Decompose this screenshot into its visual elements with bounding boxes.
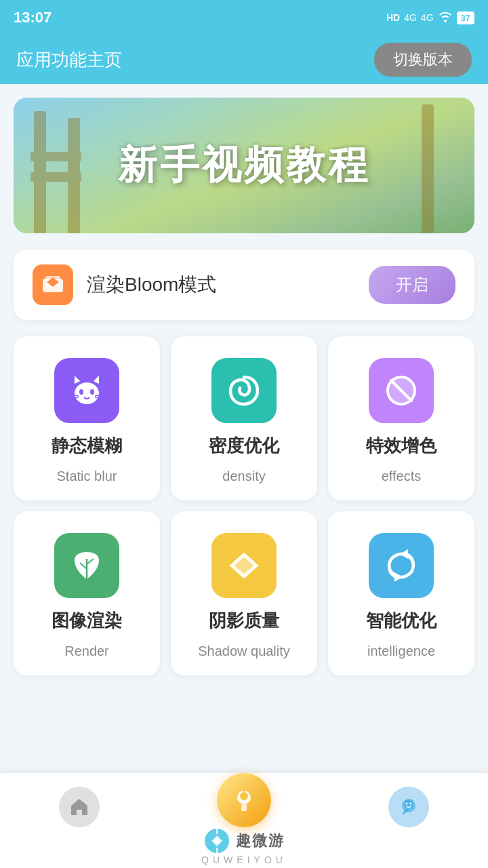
- static-blur-label-cn: 静态模糊: [52, 434, 122, 458]
- render-label-en: Render: [64, 644, 109, 659]
- feature-grid-row1: 静态模糊 Static blur 密度优化 density 特效增色: [14, 336, 474, 500]
- status-icons: HD 4G 4G 37: [386, 10, 474, 25]
- bloom-icon: [33, 264, 73, 305]
- app-header: 应用功能主页 切换版本: [0, 35, 488, 84]
- render-label-cn: 图像渲染: [52, 609, 122, 633]
- home-icon: [59, 787, 100, 827]
- feature-shadow-quality[interactable]: 阴影质量 Shadow quality: [171, 511, 317, 675]
- bloom-mode-label: 渲染Bloom模式: [87, 272, 216, 298]
- feature-effects[interactable]: 特效增色 effects: [328, 336, 474, 500]
- nav-home[interactable]: [59, 787, 100, 827]
- bloom-left: 渲染Bloom模式: [33, 264, 216, 305]
- chat-icon: [388, 787, 429, 827]
- cat-icon: [54, 358, 119, 423]
- tips-icon: [217, 773, 271, 827]
- bloom-enable-button[interactable]: 开启: [369, 266, 455, 304]
- status-time: 13:07: [14, 9, 52, 26]
- svg-point-3: [75, 382, 99, 404]
- shadow-quality-label-en: Shadow quality: [198, 644, 290, 659]
- main-content: 新手视频教程 渲染Bloom模式 开启: [0, 84, 488, 795]
- nav-center[interactable]: [217, 787, 271, 827]
- svg-point-5: [90, 389, 94, 395]
- sync-icon: [369, 533, 434, 598]
- shadow-quality-label-cn: 阴影质量: [209, 609, 279, 633]
- feature-intelligence[interactable]: 智能优化 intelligence: [328, 511, 474, 675]
- battery-indicator: 37: [457, 12, 474, 24]
- feature-render[interactable]: 图像渲染 Render: [14, 511, 160, 675]
- svg-point-28: [406, 803, 408, 805]
- leaf-icon: [54, 533, 119, 598]
- effects-label-cn: 特效增色: [366, 434, 436, 458]
- density-label-cn: 密度优化: [209, 434, 279, 458]
- svg-point-31: [214, 838, 220, 844]
- static-blur-label-en: Static blur: [57, 469, 117, 484]
- page-title: 应用功能主页: [16, 48, 122, 72]
- density-label-en: density: [222, 469, 265, 484]
- intelligence-label-en: intelligence: [367, 644, 435, 659]
- feature-density[interactable]: 密度优化 density: [171, 336, 317, 500]
- network-4g1-icon: 4G: [404, 12, 417, 23]
- status-bar: 13:07 HD 4G 4G 37: [0, 0, 488, 35]
- brand-logo-row: 趣微游: [203, 827, 285, 854]
- hd-icon: HD: [386, 12, 400, 23]
- switch-version-button[interactable]: 切换版本: [374, 43, 472, 77]
- svg-marker-20: [394, 572, 403, 582]
- effects-icon: [369, 358, 434, 423]
- intelligence-label-cn: 智能优化: [366, 609, 436, 633]
- svg-point-4: [79, 389, 83, 395]
- banner-text: 新手视频教程: [118, 139, 370, 192]
- nav-chat[interactable]: [388, 787, 429, 827]
- svg-point-29: [410, 803, 412, 805]
- tutorial-banner[interactable]: 新手视频教程: [14, 98, 474, 233]
- effects-label-en: effects: [382, 469, 422, 484]
- brand-footer: 趣微游 QUWEIYOU: [201, 827, 287, 865]
- bloom-mode-card: 渲染Bloom模式 开启: [14, 250, 474, 320]
- brand-sub: QUWEIYOU: [201, 854, 287, 865]
- network-4g2-icon: 4G: [421, 12, 434, 23]
- diamond-icon: [211, 533, 277, 598]
- svg-rect-22: [241, 804, 247, 811]
- feature-grid-row2: 图像渲染 Render 阴影质量 Shadow quality: [14, 511, 474, 675]
- spiral-icon: [211, 358, 277, 423]
- wifi-icon: [438, 10, 453, 25]
- brand-logo-icon: [203, 827, 230, 854]
- feature-static-blur[interactable]: 静态模糊 Static blur: [14, 336, 160, 500]
- brand-name: 趣微游: [236, 831, 285, 851]
